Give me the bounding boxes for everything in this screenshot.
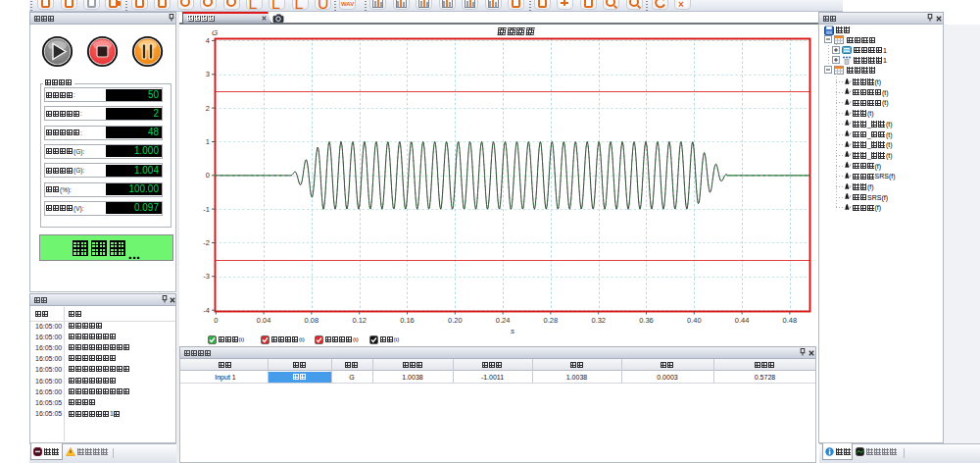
svg-text:s: s: [511, 327, 514, 335]
svg-text:0: 0: [214, 316, 218, 325]
svg-text:G: G: [212, 28, 218, 37]
svg-text:0.12: 0.12: [352, 316, 367, 325]
svg-text:0.16: 0.16: [400, 316, 415, 325]
svg-text:0.24: 0.24: [496, 316, 511, 325]
svg-text:0: 0: [206, 171, 210, 180]
svg-text:0.36: 0.36: [639, 316, 654, 325]
svg-text:-2: -2: [203, 238, 210, 247]
svg-text:4: 4: [206, 36, 210, 45]
svg-text:-4: -4: [203, 306, 210, 315]
svg-text:1: 1: [206, 137, 210, 146]
svg-text:0.08: 0.08: [305, 316, 319, 325]
svg-text:-1: -1: [203, 205, 210, 214]
svg-text:0.44: 0.44: [735, 316, 750, 325]
svg-text:0.40: 0.40: [687, 316, 702, 325]
svg-text:0.04: 0.04: [257, 316, 271, 325]
svg-text:0.20: 0.20: [448, 316, 463, 325]
svg-text:3: 3: [206, 70, 210, 78]
svg-text:0.48: 0.48: [783, 316, 798, 325]
svg-text:0.32: 0.32: [591, 316, 606, 325]
svg-text:-3: -3: [203, 272, 210, 281]
svg-text:0.28: 0.28: [544, 316, 559, 325]
svg-text:2: 2: [206, 104, 210, 113]
